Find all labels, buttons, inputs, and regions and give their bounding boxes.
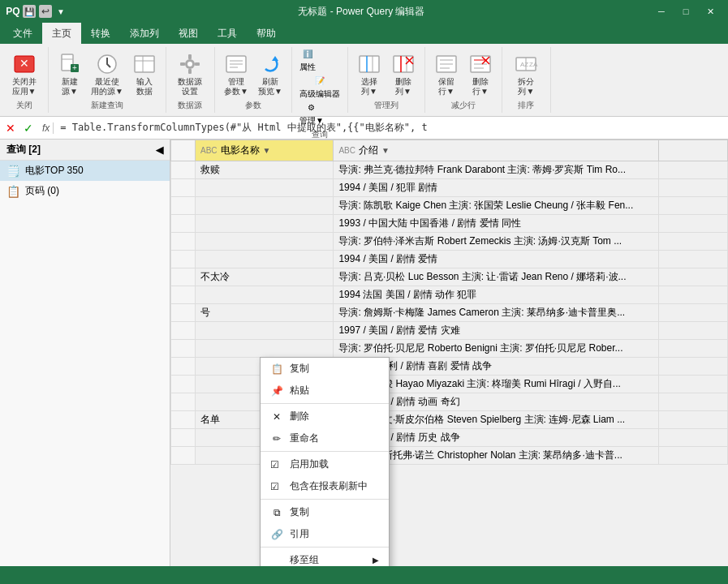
tab-home[interactable]: 主页 [42,23,81,44]
remove-columns-button[interactable]: 删除列▼ [387,49,420,98]
quick-access-dropdown[interactable]: ▼ [55,7,67,16]
datasource-settings-button[interactable]: 数据源设置 [174,49,206,98]
cell-movie-2 [196,179,334,197]
ctx-include-refresh[interactable]: ☑ 包含在报表刷新中 [261,475,389,497]
ctx-duplicate[interactable]: ⧉ 复制 [261,501,389,523]
cell-extra-6 [658,251,727,268]
new-source-button[interactable]: + 新建源▼ [54,49,86,98]
properties-button[interactable]: ℹ️ 属性 [297,49,318,74]
ctx-move-to-group-icon [270,554,283,567]
query-item-movie-top-label: 电影TOP 350 [25,164,84,178]
select-columns-icon [356,51,382,77]
ribbon-group-rows-label: 减少行 [451,100,476,111]
ctx-paste-icon: 📌 [270,384,283,397]
manage-params-button[interactable]: 管理参数▼ [220,49,252,98]
ctx-move-to-group[interactable]: 移至组 ▶ [261,549,389,566]
cell-movie-1: 救赎 [196,161,334,179]
table-row: 1993 / 中国大陆 中国香港 / 剧情 爱情 同性 [171,215,728,233]
close-button[interactable]: ✕ [699,3,722,19]
col-header-movie[interactable]: ABC 电影名称 ▼ [196,140,334,161]
cell-extra-17 [658,447,727,465]
query-panel: 查询 [2] ◀ 🗒️ 电影TOP 350 📋 页码 (0) [0,140,170,566]
query-item-page-label: 页码 (0) [25,184,59,198]
table-row: 2001 / 日本 / 剧情 动画 奇幻 [171,393,728,411]
cell-extra-7 [658,268,727,286]
ctx-include-refresh-label: 包含在报表刷新中 [290,479,368,493]
svg-marker-20 [272,56,278,61]
tab-file[interactable]: 文件 [3,23,42,44]
save-icon[interactable]: 💾 [23,5,36,18]
ctx-enable-load[interactable]: ☑ 启用加载 [261,453,389,475]
col-header-intro[interactable]: ABC 介绍 ▼ [334,140,658,161]
window-title: 无标题 - Power Query 编辑器 [73,5,650,19]
keep-rows-button[interactable]: 保留行▼ [430,49,463,98]
table-row: 导演: 罗伯托·贝尼尼 Roberto Benigni 主演: 罗伯托·贝尼尼 … [171,340,728,358]
cell-extra-1 [658,161,727,179]
ribbon: ✕ 关闭并应用▼ 关闭 + 新建源▼ 最近使用的源▼ [0,44,728,117]
query-item-page[interactable]: 📋 页码 (0) [0,181,170,201]
cell-extra-8 [658,286,727,304]
col-dropdown-movie[interactable]: ▼ [263,146,271,155]
svg-rect-24 [394,56,413,72]
keep-rows-label: 保留行▼ [438,77,454,97]
ctx-rename[interactable]: ✏ 重命名 [261,427,389,449]
context-menu: 📋 复制 📌 粘贴 ✕ 删除 ✏ 重命名 ☑ 启用加载 ☑ [260,357,390,566]
properties-label: 属性 [299,62,316,73]
table-row: 导演: 罗伯特·泽米吉斯 Robert Zemeckis 主演: 汤姆·汉克斯 … [171,233,728,251]
minimize-button[interactable]: ─ [650,3,673,19]
ctx-reference[interactable]: 🔗 引用 [261,523,389,545]
manage-query-icon: ⚙ [308,103,315,112]
ctx-copy[interactable]: 📋 复制 [261,358,389,380]
row-num-14 [171,393,196,411]
tab-add-column[interactable]: 添加列 [120,23,169,44]
refresh-preview-button[interactable]: 刷新预览▼ [254,49,286,98]
enter-data-button[interactable]: 输入数据 [128,49,161,98]
formula-cancel-button[interactable]: ✕ [3,122,18,135]
cell-intro-7: 导演: 吕克·贝松 Luc Besson 主演: 让·雷诺 Jean Reno … [334,268,658,286]
tab-tools[interactable]: 工具 [208,23,247,44]
row-num-16 [171,429,196,447]
row-num-10 [171,322,196,340]
tab-transform[interactable]: 转换 [81,23,120,44]
cell-intro-10: 1997 / 美国 / 剧情 爱情 灾难 [334,322,658,340]
ctx-delete[interactable]: ✕ 删除 [261,406,389,427]
ribbon-group-new-query-label: 新建查询 [91,100,123,111]
formula-input[interactable]: = Table.TransformColumnTypes(#"从 Html 中提… [60,121,725,135]
refresh-preview-label: 刷新预览▼ [258,77,282,97]
tab-help[interactable]: 帮助 [247,23,286,44]
split-column-icon: AZZA [513,51,539,77]
query-panel-collapse[interactable]: ◀ [156,144,163,156]
tab-view[interactable]: 视图 [169,23,208,44]
cell-extra-4 [658,215,727,233]
table-row: 号 导演: 詹姆斯·卡梅隆 James Cameron 主演: 莱昂纳多·迪卡普… [171,304,728,322]
title-bar: PQ 💾 ↩ ▼ 无标题 - Power Query 编辑器 ─ □ ✕ [0,0,728,23]
ctx-paste[interactable]: 📌 粘贴 [261,380,389,402]
row-num-6 [171,251,196,268]
ribbon-group-new-query: + 新建源▼ 最近使用的源▼ 输入数据 新建查询 [49,47,166,113]
select-columns-button[interactable]: 选择列▼ [353,49,386,98]
advanced-editor-button[interactable]: 📝 高级编辑器 [297,75,342,101]
recent-sources-button[interactable]: 最近使用的源▼ [88,49,127,98]
row-num-7 [171,268,196,286]
cell-extra-13 [658,376,727,393]
remove-rows-icon [467,51,493,77]
remove-rows-button[interactable]: 删除行▼ [464,49,497,98]
close-apply-button[interactable]: ✕ 关闭并应用▼ [8,49,41,98]
ctx-copy-icon: 📋 [270,363,283,376]
cell-intro-4: 1993 / 中国大陆 中国香港 / 剧情 爱情 同性 [334,215,658,233]
query-item-movie-top[interactable]: 🗒️ 电影TOP 350 [0,161,170,181]
refresh-preview-icon [257,51,283,77]
enter-data-label: 输入数据 [136,77,153,97]
split-column-button[interactable]: AZZA 拆分列▼ [510,49,542,98]
col-dropdown-intro[interactable]: ▼ [381,146,390,155]
ribbon-group-datasource: 数据源设置 数据源 [166,47,215,113]
ctx-enable-load-check: ☑ [270,459,283,470]
ctx-duplicate-icon: ⧉ [270,506,283,519]
col-label-intro: 介绍 [359,144,378,157]
svg-rect-12 [188,54,192,59]
formula-confirm-button[interactable]: ✓ [21,122,36,135]
undo-icon[interactable]: ↩ [39,5,52,18]
table-row: 1993 / 美国 / 剧情 历史 战争 [171,429,728,447]
maximize-button[interactable]: □ [674,3,697,19]
advanced-editor-label: 高级编辑器 [299,88,340,100]
